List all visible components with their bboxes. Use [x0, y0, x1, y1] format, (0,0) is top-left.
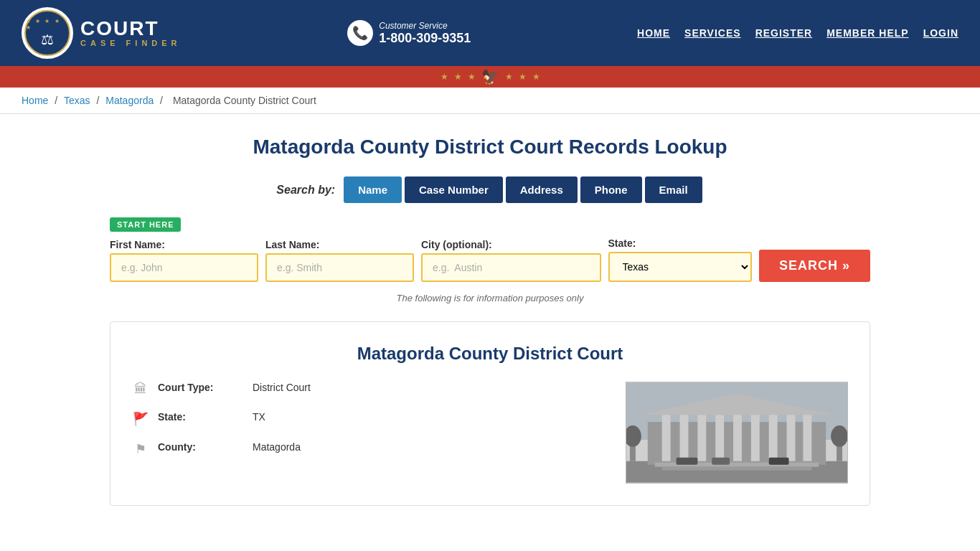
first-name-field: First Name:: [110, 239, 258, 282]
logo-court-text: COURT: [80, 19, 182, 39]
svg-rect-12: [803, 415, 811, 461]
breadcrumb-state[interactable]: Texas: [64, 95, 90, 106]
phone-icon: 📞: [347, 20, 373, 46]
court-type-label: Court Type:: [158, 382, 244, 393]
city-label: City (optional):: [421, 239, 601, 250]
search-by-row: Search by: Name Case Number Address Phon…: [110, 176, 870, 203]
svg-rect-21: [712, 458, 730, 465]
phone-area: 📞 Customer Service 1-800-309-9351: [347, 20, 471, 46]
state-label-detail: State:: [158, 411, 244, 423]
svg-rect-4: [662, 415, 671, 461]
breadcrumb-county[interactable]: Matagorda: [105, 95, 154, 106]
star-deco: ★: [505, 72, 513, 82]
county-value: Matagorda: [253, 441, 301, 453]
svg-rect-7: [715, 415, 724, 461]
tab-address[interactable]: Address: [506, 176, 578, 203]
court-type-row: 🏛 Court Type: District Court: [132, 382, 611, 397]
eagle-icon: 🦅: [481, 68, 499, 85]
last-name-field: Last Name:: [265, 239, 414, 282]
search-form: START HERE First Name: Last Name: City (…: [110, 217, 870, 282]
svg-rect-10: [769, 415, 778, 461]
phone-number: 1-800-309-9351: [379, 31, 471, 46]
court-info-card: Matagorda County District Court 🏛 Court …: [110, 321, 870, 506]
state-value-detail: TX: [253, 411, 265, 423]
nav-login[interactable]: LOGIN: [923, 27, 958, 39]
logo-badge: ★ ★ ★ ★ ★ ⚖: [22, 7, 73, 59]
star-deco: ★: [468, 72, 476, 82]
county-icon: ⚑: [132, 441, 149, 457]
court-info-title: Matagorda County District Court: [132, 344, 848, 364]
nav-register[interactable]: REGISTER: [755, 27, 813, 39]
disclaimer-text: The following is for information purpose…: [110, 293, 870, 303]
first-name-input[interactable]: [110, 253, 258, 282]
breadcrumb-home[interactable]: Home: [22, 95, 48, 106]
svg-rect-6: [697, 415, 706, 461]
search-button[interactable]: SEARCH »: [759, 250, 870, 282]
start-here-badge: START HERE: [110, 217, 181, 232]
city-input[interactable]: [421, 253, 601, 282]
court-details: 🏛 Court Type: District Court 🚩 State: TX…: [132, 382, 611, 484]
svg-rect-22: [769, 458, 789, 465]
svg-rect-15: [662, 467, 812, 471]
logo: ★ ★ ★ ★ ★ ⚖ COURT CASE FINDER: [22, 7, 182, 59]
last-name-input[interactable]: [265, 253, 414, 282]
main-nav: HOME SERVICES REGISTER MEMBER HELP LOGIN: [637, 27, 958, 39]
svg-rect-11: [787, 415, 796, 461]
first-name-label: First Name:: [110, 239, 258, 250]
county-row: ⚑ County: Matagorda: [132, 441, 611, 457]
tab-case-number[interactable]: Case Number: [405, 176, 503, 203]
customer-service-label: Customer Service: [379, 21, 471, 31]
svg-rect-8: [733, 415, 742, 461]
nav-services[interactable]: SERVICES: [684, 27, 741, 39]
county-label: County:: [158, 441, 244, 453]
breadcrumb-current: Matagorda County District Court: [173, 95, 316, 106]
state-select[interactable]: Texas Alabama Alaska Arizona California …: [608, 252, 752, 282]
breadcrumb: Home / Texas / Matagorda / Matagorda Cou…: [0, 88, 980, 114]
star-deco: ★: [454, 72, 462, 82]
gavel-icon: ⚖: [41, 31, 54, 48]
court-type-icon: 🏛: [132, 382, 149, 397]
tab-phone[interactable]: Phone: [580, 176, 642, 203]
logo-case-finder-text: CASE FINDER: [80, 39, 182, 47]
star-deco: ★: [440, 72, 448, 82]
star-deco: ★: [532, 72, 540, 82]
last-name-label: Last Name:: [265, 239, 414, 250]
state-field: State: Texas Alabama Alaska Arizona Cali…: [608, 237, 752, 282]
page-title: Matagorda County District Court Records …: [110, 136, 870, 159]
svg-rect-20: [677, 458, 698, 465]
city-field: City (optional):: [421, 239, 601, 282]
svg-point-19: [831, 425, 847, 447]
state-label: State:: [608, 237, 752, 249]
svg-rect-9: [751, 415, 760, 461]
court-building-image: [626, 382, 848, 484]
tab-name[interactable]: Name: [344, 176, 402, 203]
search-by-label: Search by:: [276, 184, 335, 197]
tab-email[interactable]: Email: [645, 176, 702, 203]
court-type-value: District Court: [253, 382, 311, 393]
eagle-bar: ★ ★ ★ 🦅 ★ ★ ★: [0, 66, 980, 88]
nav-home[interactable]: HOME: [637, 27, 670, 39]
state-icon: 🚩: [132, 411, 149, 427]
svg-rect-5: [680, 415, 689, 461]
state-row: 🚩 State: TX: [132, 411, 611, 427]
nav-member-help[interactable]: MEMBER HELP: [826, 27, 908, 39]
star-deco: ★: [519, 72, 527, 82]
